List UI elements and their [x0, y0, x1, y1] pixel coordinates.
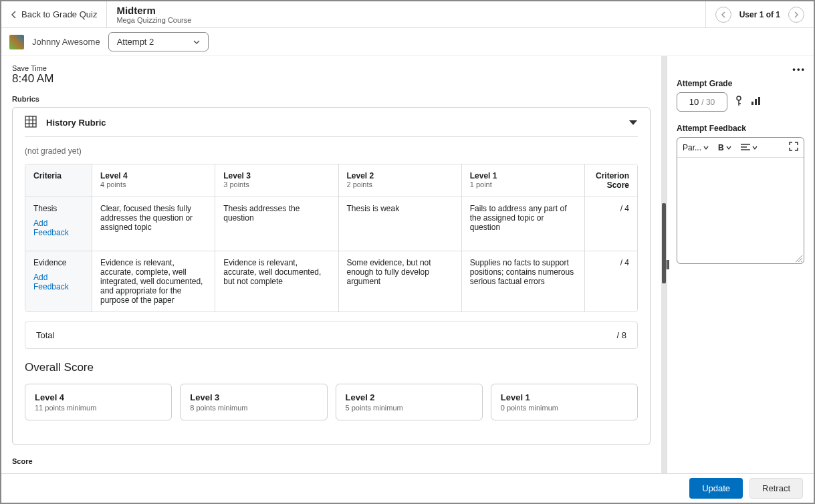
caret-down-icon: [628, 120, 638, 126]
feedback-editor[interactable]: Par... B: [677, 137, 804, 264]
align-button[interactable]: [741, 144, 758, 152]
fullscreen-button[interactable]: [789, 142, 798, 153]
user-count-label: User 1 of 1: [739, 10, 780, 19]
prev-user-button[interactable]: [715, 7, 731, 23]
level2-header: Level 2: [347, 171, 453, 180]
chevron-down-icon: [703, 145, 709, 150]
rubric-total: Total / 8: [25, 322, 638, 349]
add-feedback-link[interactable]: Add Feedback: [33, 219, 84, 237]
level-pts: 0 points minimum: [501, 404, 628, 412]
level-name: Level 4: [35, 392, 162, 402]
overall-level-card[interactable]: Level 38 points minimum: [180, 384, 327, 420]
level-name: Level 2: [346, 392, 473, 402]
resize-handle-icon[interactable]: [794, 254, 802, 262]
rubric-cell[interactable]: Supplies no facts to support positions; …: [462, 251, 585, 311]
level4-pts: 4 points: [100, 180, 207, 188]
overall-score-title: Overall Score: [25, 361, 638, 374]
overall-level-card[interactable]: Level 411 points minimum: [25, 384, 172, 420]
grading-pane: Save Time 8:40 AM Rubrics History Rubric…: [1, 56, 661, 473]
user-navigation: User 1 of 1: [705, 1, 814, 27]
grade-value: 10: [689, 97, 699, 107]
next-user-button[interactable]: [788, 7, 804, 23]
svg-rect-9: [755, 99, 757, 105]
save-time-label: Save Time: [12, 64, 651, 72]
rubric-card: History Rubric (not graded yet) Criteria…: [12, 107, 651, 445]
criteria-header: Criteria: [33, 171, 84, 180]
table-row: Thesis Add Feedback Clear, focused thesi…: [25, 197, 637, 251]
back-to-grade-quiz-link[interactable]: Back to Grade Quiz: [1, 1, 107, 27]
page-title-block: Midterm Mega Quizzing Course: [107, 1, 705, 27]
chevron-left-icon: [720, 11, 727, 18]
bold-button[interactable]: B: [718, 143, 731, 152]
rubrics-label: Rubrics: [12, 95, 651, 103]
level2-pts: 2 points: [347, 180, 453, 188]
level3-pts: 3 points: [223, 180, 330, 188]
quiz-title: Midterm: [116, 5, 695, 16]
align-left-icon: [741, 144, 750, 152]
level-name: Level 1: [501, 392, 628, 402]
rubric-cell[interactable]: Evidence is relevant, accurate, well doc…: [215, 251, 338, 311]
level-name: Level 3: [190, 392, 317, 402]
attempt-select[interactable]: Attempt 2: [108, 32, 209, 51]
criterion-evidence: Evidence: [33, 258, 84, 267]
rubric-cell[interactable]: Thesis is weak: [339, 197, 462, 251]
pane-splitter[interactable]: [661, 56, 667, 473]
total-label: Total: [36, 330, 54, 340]
more-actions-button[interactable]: •••: [792, 64, 806, 74]
chevron-down-icon: [752, 145, 758, 150]
overall-level-card[interactable]: Level 25 points minimum: [336, 384, 483, 420]
level1-header: Level 1: [470, 171, 576, 180]
update-button[interactable]: Update: [689, 478, 743, 499]
grade-input[interactable]: 10 / 30: [677, 92, 727, 112]
action-footer: Update Retract: [1, 473, 814, 503]
key-icon[interactable]: [734, 96, 743, 108]
paragraph-style-select[interactable]: Par...: [683, 143, 709, 152]
level3-header: Level 3: [223, 171, 330, 180]
svg-line-16: [801, 261, 802, 262]
rubric-title: History Rubric: [46, 118, 106, 128]
score-label: Score: [12, 457, 651, 465]
rubric-cell[interactable]: Some evidence, but not enough to fully d…: [339, 251, 462, 311]
chevron-down-icon: [726, 145, 731, 150]
stats-icon[interactable]: [750, 96, 761, 108]
total-value: / 8: [617, 330, 626, 340]
table-row: Evidence Add Feedback Evidence is releva…: [25, 251, 637, 311]
rubric-cell[interactable]: Thesis addresses the question: [215, 197, 338, 251]
level-pts: 5 points minimum: [346, 404, 473, 412]
chevron-left-icon: [11, 11, 17, 18]
rubric-table: Criteria Level 44 points Level 33 points…: [25, 164, 638, 312]
course-subtitle: Mega Quizzing Course: [116, 16, 695, 24]
overall-level-card[interactable]: Level 10 points minimum: [491, 384, 638, 420]
retract-button[interactable]: Retract: [749, 478, 803, 499]
back-label: Back to Grade Quiz: [21, 9, 97, 19]
rubric-grid-icon: [25, 116, 37, 130]
feedback-pane: ••• Attempt Grade 10 / 30 Attempt Feedba…: [667, 56, 814, 473]
cell-text: Supplies no facts to support positions; …: [470, 258, 574, 286]
criterion-thesis: Thesis: [33, 204, 84, 213]
grade-max: / 30: [701, 98, 715, 107]
para-label: Par...: [683, 143, 701, 152]
level-pts: 8 points minimum: [190, 404, 317, 412]
not-graded-label: (not graded yet): [25, 146, 638, 156]
avatar: [9, 35, 24, 49]
rubric-cell[interactable]: Evidence is relevant, accurate, complete…: [92, 251, 215, 311]
overall-levels: Level 411 points minimum Level 38 points…: [25, 384, 638, 420]
attempt-grade-label: Attempt Grade: [677, 79, 804, 88]
cell-text: Some evidence, but not enough to fully d…: [347, 258, 431, 286]
cell-text: Clear, focused thesis fully addresses th…: [100, 204, 193, 232]
rubric-toggle[interactable]: History Rubric: [25, 116, 638, 137]
cell-text: Evidence is relevant, accurate, complete…: [100, 258, 203, 305]
svg-rect-8: [751, 102, 753, 105]
student-name: Johnny Awesome: [32, 37, 100, 47]
add-feedback-link[interactable]: Add Feedback: [33, 273, 84, 291]
cell-text: Thesis addresses the question: [223, 204, 300, 223]
svg-rect-10: [758, 97, 760, 105]
chevron-down-icon: [193, 39, 200, 45]
save-time-value: 8:40 AM: [12, 72, 651, 86]
attempt-value: Attempt 2: [117, 37, 154, 47]
level4-header: Level 4: [100, 171, 207, 180]
rubric-cell[interactable]: Clear, focused thesis fully addresses th…: [92, 197, 215, 251]
score-header: Criterion Score: [593, 171, 629, 190]
expand-icon: [789, 142, 798, 151]
rubric-cell[interactable]: Fails to address any part of the assigne…: [462, 197, 585, 251]
